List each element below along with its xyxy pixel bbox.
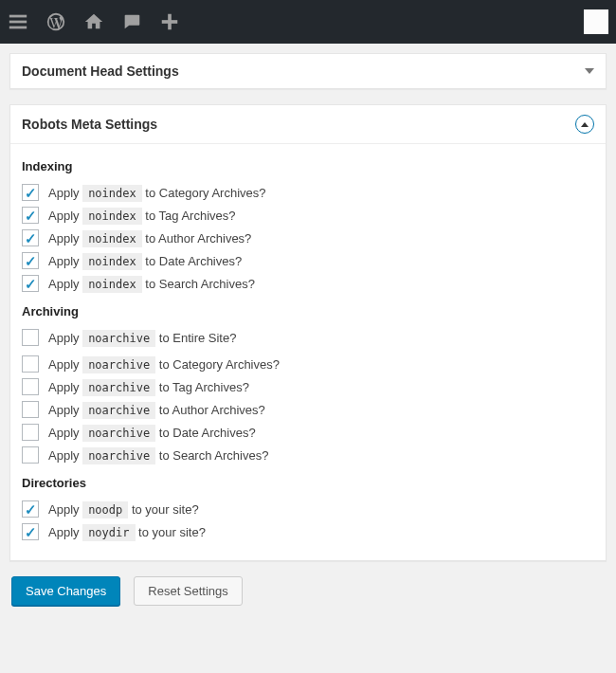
option-row: Apply noarchive to Tag Archives? — [22, 375, 594, 398]
admin-bar — [0, 0, 616, 44]
option-code: noarchive — [82, 402, 155, 419]
content: Document Head Settings Robots Meta Setti… — [0, 44, 616, 615]
chevron-up-icon — [575, 115, 594, 134]
panel-robots-meta: Robots Meta Settings Indexing Apply noin… — [9, 104, 607, 561]
option-prefix: Apply — [48, 403, 82, 417]
option-row: Apply noarchive to Search Archives? — [22, 444, 594, 466]
option-prefix: Apply — [48, 525, 82, 539]
option-code: noarchive — [82, 447, 155, 464]
option-label: Apply noarchive to Category Archives? — [48, 357, 280, 372]
option-prefix: Apply — [48, 502, 82, 517]
option-label: Apply noindex to Search Archives? — [48, 277, 255, 291]
section-title-archiving: Archiving — [22, 304, 594, 318]
button-row: Save Changes Reset Settings — [9, 576, 607, 606]
option-code: noindex — [82, 185, 142, 202]
section-archiving: Apply noarchive to Entire Site?Apply noa… — [22, 326, 594, 466]
option-code: noodp — [82, 501, 128, 518]
option-suffix: to Tag Archives? — [155, 380, 249, 394]
option-code: noindex — [82, 208, 142, 225]
option-row: Apply noindex to Author Archives? — [22, 227, 594, 249]
checkbox[interactable] — [22, 207, 39, 224]
option-label: Apply noarchive to Tag Archives? — [48, 380, 249, 394]
option-label: Apply noarchive to Search Archives? — [48, 448, 268, 463]
option-label: Apply noarchive to Date Archives? — [48, 426, 256, 440]
svg-rect-2 — [9, 27, 27, 29]
checkbox[interactable] — [22, 446, 39, 464]
option-prefix: Apply — [48, 209, 82, 223]
option-label: Apply noarchive to Entire Site? — [48, 331, 236, 345]
option-row: Apply noindex to Search Archives? — [22, 272, 594, 295]
checkbox[interactable] — [22, 500, 39, 518]
checkbox[interactable] — [22, 401, 39, 418]
wordpress-icon[interactable] — [45, 11, 66, 32]
chevron-down-icon — [585, 68, 594, 74]
option-prefix: Apply — [48, 448, 82, 463]
panel-document-head: Document Head Settings — [9, 53, 607, 89]
option-label: Apply noindex to Author Archives? — [48, 231, 251, 246]
option-code: noindex — [82, 276, 142, 293]
panel-body-robots-meta: Indexing Apply noindex to Category Archi… — [10, 143, 606, 560]
checkbox[interactable] — [22, 275, 39, 292]
option-code: noarchive — [82, 425, 155, 442]
comment-icon[interactable] — [121, 11, 142, 32]
option-suffix: to your site? — [128, 502, 198, 517]
option-row: Apply noarchive to Date Archives? — [22, 421, 594, 444]
option-code: noydir — [82, 524, 135, 541]
home-icon[interactable] — [83, 11, 104, 32]
option-suffix: to Date Archives? — [142, 254, 243, 268]
panel-title: Document Head Settings — [22, 64, 179, 79]
checkbox[interactable] — [22, 329, 39, 346]
option-suffix: to Author Archives? — [155, 403, 265, 417]
option-suffix: to Date Archives? — [155, 426, 256, 440]
option-code: noarchive — [82, 379, 155, 396]
checkbox[interactable] — [22, 355, 39, 373]
svg-rect-0 — [9, 15, 27, 18]
panel-header-document-head[interactable]: Document Head Settings — [10, 54, 606, 88]
option-label: Apply noindex to Tag Archives? — [48, 209, 235, 223]
option-prefix: Apply — [48, 277, 82, 291]
option-suffix: to Category Archives? — [155, 357, 280, 372]
option-code: noindex — [82, 230, 142, 247]
section-directories: Apply noodp to your site?Apply noydir to… — [22, 498, 594, 543]
option-prefix: Apply — [48, 231, 82, 246]
checkbox[interactable] — [22, 252, 39, 269]
option-label: Apply noarchive to Author Archives? — [48, 403, 265, 417]
section-indexing: Apply noindex to Category Archives?Apply… — [22, 181, 594, 295]
avatar[interactable] — [584, 9, 608, 34]
option-label: Apply noindex to Date Archives? — [48, 254, 242, 268]
option-label: Apply noodp to your site? — [48, 502, 199, 517]
option-row: Apply noarchive to Category Archives? — [22, 353, 594, 375]
option-prefix: Apply — [48, 331, 82, 345]
panel-header-robots-meta[interactable]: Robots Meta Settings — [10, 105, 606, 143]
admin-bar-left — [8, 11, 180, 32]
section-title-indexing: Indexing — [22, 159, 594, 173]
option-suffix: to Search Archives? — [142, 277, 255, 291]
option-code: noindex — [82, 253, 142, 270]
option-row: Apply noydir to your site? — [22, 520, 594, 543]
option-suffix: to your site? — [136, 525, 206, 539]
svg-rect-1 — [9, 21, 27, 24]
option-prefix: Apply — [48, 357, 82, 372]
option-suffix: to Search Archives? — [155, 448, 268, 463]
panel-title: Robots Meta Settings — [22, 117, 157, 132]
plus-icon[interactable] — [159, 11, 180, 32]
option-row: Apply noindex to Date Archives? — [22, 249, 594, 272]
menu-icon[interactable] — [8, 11, 28, 32]
checkbox[interactable] — [22, 184, 39, 201]
checkbox[interactable] — [22, 523, 39, 540]
checkbox[interactable] — [22, 424, 39, 441]
option-code: noarchive — [82, 330, 155, 347]
option-label: Apply noindex to Category Archives? — [48, 186, 266, 200]
option-row: Apply noodp to your site? — [22, 498, 594, 520]
option-row: Apply noarchive to Author Archives? — [22, 398, 594, 421]
checkbox[interactable] — [22, 229, 39, 246]
checkbox[interactable] — [22, 378, 39, 395]
option-code: noarchive — [82, 356, 155, 373]
save-button[interactable]: Save Changes — [11, 576, 120, 606]
option-label: Apply noydir to your site? — [48, 525, 206, 539]
reset-button[interactable]: Reset Settings — [134, 576, 243, 606]
option-prefix: Apply — [48, 426, 82, 440]
option-row: Apply noindex to Tag Archives? — [22, 204, 594, 227]
svg-rect-4 — [162, 20, 178, 24]
option-suffix: to Tag Archives? — [142, 209, 236, 223]
